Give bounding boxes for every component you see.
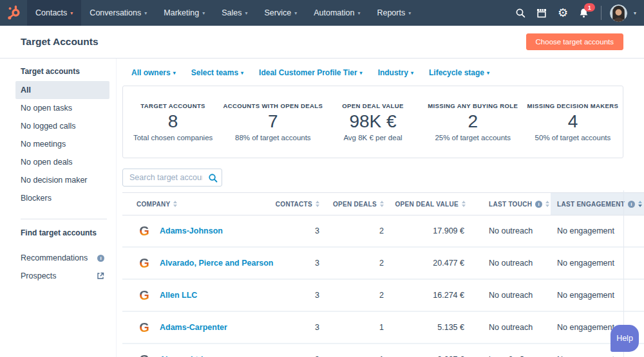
sidebar-item-no-logged-calls[interactable]: No logged calls <box>15 117 109 135</box>
settings-gear-icon[interactable]: ⚙ <box>554 5 571 21</box>
content-area: Target accounts All No open tasks No log… <box>0 59 644 357</box>
company-logo-icon: G <box>137 288 152 303</box>
user-avatar[interactable] <box>610 5 627 22</box>
stat-label: MISSING DECISION MAKERS <box>523 102 623 109</box>
nav-item-marketing[interactable]: Marketing▾ <box>155 0 213 26</box>
nav-item-sales[interactable]: Sales▾ <box>213 0 256 26</box>
stat-value: 98K € <box>323 111 422 132</box>
company-link[interactable]: Alvarado, Pierce and Pearson <box>160 259 273 268</box>
sidebar-item-label: Recommendations <box>21 253 88 262</box>
column-header-company[interactable]: COMPANY <box>122 193 277 215</box>
company-link[interactable]: Adams-Carpenter <box>160 323 227 332</box>
search-input[interactable] <box>122 169 222 187</box>
choose-target-accounts-button[interactable]: Choose target accounts <box>526 33 623 50</box>
open-deal-value-cell: 5.135 € <box>393 323 473 332</box>
filter-label: Industry <box>378 68 408 77</box>
stat-value: 7 <box>223 111 323 132</box>
filter-all-owners[interactable]: All owners▾ <box>131 68 176 77</box>
company-logo-icon: G <box>137 320 152 335</box>
column-header-last-touch[interactable]: LAST TOUCHi <box>473 193 551 215</box>
hubspot-logo-icon[interactable] <box>0 0 27 26</box>
stat-label: MISSING ANY BUYING ROLE <box>423 102 523 109</box>
chevron-down-icon: ▾ <box>245 10 247 16</box>
stat-subtext: Avg 8K € per deal <box>323 134 422 142</box>
contacts-cell: 3 <box>277 226 328 235</box>
column-header-contacts[interactable]: CONTACTS <box>277 193 328 215</box>
filter-industry[interactable]: Industry▾ <box>378 68 413 77</box>
sidebar-item-prospects[interactable]: Prospects <box>15 267 109 285</box>
sidebar-item-no-open-tasks[interactable]: No open tasks <box>15 99 109 117</box>
filter-bar: All owners▾ Select teams▾ Ideal Customer… <box>122 68 644 78</box>
nav-item-service[interactable]: Service▾ <box>256 0 305 26</box>
open-deal-value-cell: 17.909 € <box>393 226 473 235</box>
nav-label: Reports <box>377 8 405 17</box>
search-icon[interactable] <box>512 5 529 21</box>
page-header: Target Accounts Choose target accounts <box>0 26 644 59</box>
nav-item-contacts[interactable]: Contacts▾ <box>27 0 81 26</box>
stat-value: 4 <box>523 111 623 132</box>
stat-missing-any-buying-role: MISSING ANY BUYING ROLE 2 25% of target … <box>423 102 523 142</box>
filter-lifecycle-stage[interactable]: Lifecycle stage▾ <box>429 68 489 77</box>
company-link[interactable]: Adams-Johnson <box>160 226 223 235</box>
nav-item-conversations[interactable]: Conversations▾ <box>81 0 155 26</box>
column-header-last-engagement[interactable]: LAST ENGAGEMENTi <box>551 193 644 215</box>
table-row: GAlvarez Ltd 3 1 9.097 € hace 2 años No … <box>122 344 644 357</box>
open-deals-cell: 2 <box>328 226 393 235</box>
sidebar-item-label: Prospects <box>21 271 57 280</box>
stat-label: OPEN DEAL VALUE <box>323 102 422 109</box>
table-row: GAlvarado, Pierce and Pearson 3 2 20.477… <box>122 248 644 280</box>
help-button[interactable]: Help <box>611 325 639 352</box>
open-deals-cell: 1 <box>328 323 393 332</box>
chevron-down-icon[interactable]: ▾ <box>634 10 636 16</box>
column-label: OPEN DEALS <box>333 201 377 208</box>
last-touch-cell: No outreach <box>473 226 551 235</box>
summary-stats-card: TARGET ACCOUNTS 8 Total chosen companies… <box>122 86 623 158</box>
chevron-down-icon: ▾ <box>360 70 363 76</box>
target-accounts-table: COMPANY CONTACTS OPEN DEALS OPEN DEAL VA… <box>122 192 644 357</box>
stat-value: 8 <box>123 111 223 132</box>
gear-icon: ⚙ <box>558 7 568 19</box>
stat-value: 2 <box>423 111 523 132</box>
last-touch-cell: No outreach <box>473 259 551 268</box>
column-label: COMPANY <box>137 201 170 208</box>
table-row: GAdams-Carpenter 3 1 5.135 € No outreach… <box>122 312 644 344</box>
info-icon[interactable]: i <box>628 201 635 208</box>
company-link[interactable]: Allen LLC <box>160 291 197 300</box>
filter-select-teams[interactable]: Select teams▾ <box>191 68 243 77</box>
chevron-down-icon: ▾ <box>173 70 176 76</box>
chevron-down-icon: ▾ <box>408 10 411 16</box>
info-icon[interactable]: i <box>97 255 104 262</box>
column-label: CONTACTS <box>276 201 312 208</box>
chevron-down-icon: ▾ <box>487 70 489 76</box>
filter-ideal-customer-profile-tier[interactable]: Ideal Customer Profile Tier▾ <box>259 68 363 77</box>
filter-label: Ideal Customer Profile Tier <box>259 68 357 77</box>
filter-label: Lifecycle stage <box>429 68 484 77</box>
stat-accounts-with-open-deals: ACCOUNTS WITH OPEN DEALS 7 88% of target… <box>223 102 323 142</box>
page-title: Target Accounts <box>21 36 526 48</box>
external-link-icon <box>97 272 104 280</box>
column-header-open-deals[interactable]: OPEN DEALS <box>328 193 393 215</box>
sidebar-item-no-meetings[interactable]: No meetings <box>15 135 109 153</box>
marketplace-icon[interactable] <box>533 5 550 21</box>
nav-item-reports[interactable]: Reports▾ <box>368 0 419 26</box>
stat-missing-decision-makers: MISSING DECISION MAKERS 4 50% of target … <box>523 102 623 142</box>
primary-nav: Contacts▾ Conversations▾ Marketing▾ Sale… <box>27 0 419 26</box>
contacts-cell: 3 <box>277 259 328 268</box>
search-submit-icon[interactable] <box>208 173 218 183</box>
sidebar-item-no-open-deals[interactable]: No open deals <box>15 153 109 171</box>
chevron-down-icon: ▾ <box>144 10 147 16</box>
open-deal-value-cell: 16.274 € <box>393 291 473 300</box>
top-navigation: Contacts▾ Conversations▾ Marketing▾ Sale… <box>0 0 644 26</box>
sidebar-item-recommendations[interactable]: Recommendations i <box>15 249 109 267</box>
sidebar-item-no-decision-maker[interactable]: No decision maker <box>15 171 109 189</box>
sidebar-item-blockers[interactable]: Blockers <box>15 189 109 207</box>
search-bar <box>122 169 222 187</box>
sort-icon <box>173 201 177 207</box>
column-header-open-deal-value[interactable]: OPEN DEAL VALUE <box>393 193 473 215</box>
info-icon[interactable]: i <box>535 201 542 208</box>
open-deal-value-cell: 20.477 € <box>393 259 473 268</box>
notifications-bell-icon[interactable]: 1 <box>576 5 592 21</box>
chevron-down-icon: ▾ <box>241 70 243 76</box>
nav-item-automation[interactable]: Automation▾ <box>305 0 368 26</box>
sidebar-item-all[interactable]: All <box>15 81 109 99</box>
